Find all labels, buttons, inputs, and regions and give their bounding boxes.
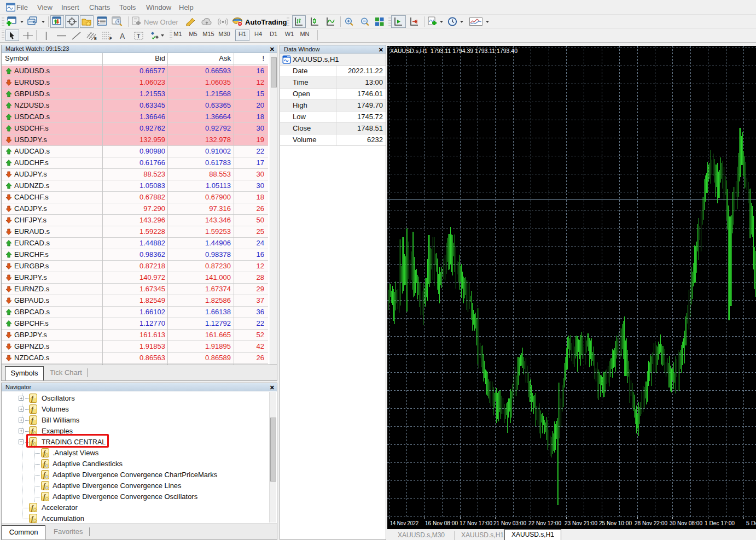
svg-text:5 Dec 08:00: 5 Dec 08:00 <box>746 520 756 526</box>
svg-text:E: E <box>94 37 97 40</box>
svg-text:22 Nov 12:00: 22 Nov 12:00 <box>528 520 561 526</box>
svg-text:23 Nov 21:00: 23 Nov 21:00 <box>565 520 597 526</box>
svg-text:25 Nov 10:00: 25 Nov 10:00 <box>599 520 632 526</box>
svg-text:21 Nov 03:00: 21 Nov 03:00 <box>493 520 526 526</box>
svg-text:T: T <box>137 33 140 39</box>
svg-text:F: F <box>109 37 112 40</box>
svg-text:1 Dec 17:00: 1 Dec 17:00 <box>705 520 735 526</box>
svg-text:16 Nov 08:00: 16 Nov 08:00 <box>425 520 458 526</box>
svg-text:28 Nov 22:00: 28 Nov 22:00 <box>635 520 667 526</box>
svg-text:XAUUSD.s,H1 1793.11 1794.39 1: XAUUSD.s,H1 1793.11 1794.39 1793.11 1793… <box>390 48 517 54</box>
svg-text:30 Nov 08:00: 30 Nov 08:00 <box>670 520 702 526</box>
svg-text:14 Nov 2022: 14 Nov 2022 <box>390 520 418 526</box>
svg-text:17 Nov 17:00: 17 Nov 17:00 <box>460 520 492 526</box>
